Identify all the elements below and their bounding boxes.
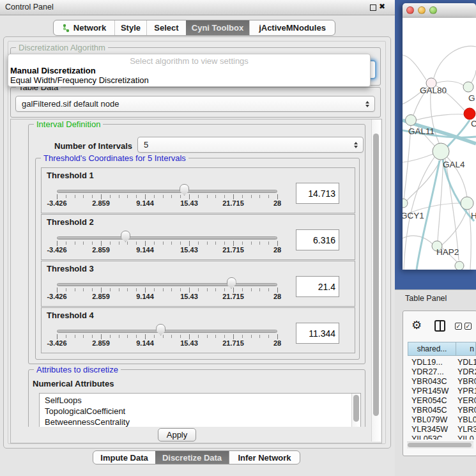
threshold-4-slider-thumb[interactable] bbox=[156, 324, 165, 335]
zoom-window-icon[interactable] bbox=[429, 6, 437, 14]
scrollbar-thumb[interactable] bbox=[353, 395, 359, 422]
thresholds-group: Threshold's Coordinates for 5 Intervals … bbox=[35, 158, 360, 360]
apply-button[interactable]: Apply bbox=[158, 428, 196, 441]
network-graph bbox=[403, 18, 476, 270]
split-columns-icon[interactable] bbox=[434, 320, 445, 332]
tab-style[interactable]: Style bbox=[114, 20, 146, 35]
threshold-3-value-field[interactable] bbox=[296, 276, 339, 297]
threshold-1-value-field[interactable] bbox=[296, 183, 339, 204]
list-item[interactable]: BetweennessCentrality bbox=[45, 417, 130, 427]
threshold-row-3: Threshold 3 -3.426 2.859 9.144 15.43 21.… bbox=[41, 261, 355, 307]
tab-impute-data[interactable]: Impute Data bbox=[93, 451, 155, 464]
node-label-clipped: G bbox=[468, 93, 475, 103]
minimize-window-icon[interactable] bbox=[418, 6, 426, 14]
node-label-gcy1: GCY1 bbox=[403, 211, 424, 220]
network-node-selected-red[interactable] bbox=[464, 108, 475, 119]
select-columns-checkbox-icon[interactable]: ✓ bbox=[464, 323, 472, 330]
threshold-3-slider-thumb[interactable] bbox=[227, 277, 236, 289]
list-item[interactable]: TopologicalCoefficient bbox=[45, 406, 125, 416]
attributes-group: Attributes to discretize Numerical Attri… bbox=[28, 369, 365, 427]
panel-title: Control Panel bbox=[5, 3, 54, 12]
settings-vertical-scrollbar[interactable] bbox=[371, 119, 381, 441]
gear-icon[interactable]: ⚙ bbox=[411, 318, 422, 332]
algorithm-group-title: Discretization Algorithm bbox=[16, 43, 108, 52]
threshold-1-slider-thumb[interactable] bbox=[180, 184, 189, 196]
tab-cyni-toolbox[interactable]: Cyni Toolbox bbox=[186, 20, 249, 35]
network-node[interactable] bbox=[463, 82, 473, 92]
num-intervals-value: 5 bbox=[144, 140, 148, 150]
node-label-gal11: GAL11 bbox=[408, 127, 434, 136]
numerical-attributes-label: Numerical Attributes bbox=[33, 379, 114, 388]
control-panel-tabbar: Network Style Select Cyni Toolbox jActiv… bbox=[53, 20, 335, 36]
node-label-hap2: HAP2 bbox=[436, 247, 459, 257]
attributes-group-title: Attributes to discretize bbox=[34, 365, 121, 374]
close-panel-icon[interactable]: ✖ bbox=[379, 2, 385, 11]
cyni-bottom-tabbar: Impute Data Discretize Data Infer Networ… bbox=[93, 450, 300, 464]
node-label-clipped: C bbox=[471, 119, 476, 128]
table-rows-viewport: YDL19...YDL1... YDR27...YDR2... YBR043CY… bbox=[403, 356, 476, 440]
network-node-gal11[interactable] bbox=[406, 115, 417, 126]
table-data-combobox[interactable]: galFiltered.sif default node bbox=[15, 96, 375, 112]
threshold-row-4: Threshold 4 -3.426 2.859 9.144 15.43 21.… bbox=[41, 307, 355, 353]
popup-item-equal-width-frequency[interactable]: Equal Width/Frequency Discretization bbox=[10, 75, 149, 85]
node-label-gal4: GAL4 bbox=[443, 160, 465, 169]
network-node-gal4[interactable] bbox=[433, 143, 449, 160]
popup-hint: Select algorithm to view settings bbox=[8, 56, 370, 66]
tab-network-label: Network bbox=[73, 23, 106, 33]
tab-infer-network[interactable]: Infer Network bbox=[229, 451, 300, 464]
threshold-row-1: Threshold 1 -3.426 2.859 9.144 15.43 21.… bbox=[41, 167, 355, 213]
list-vertical-scrollbar[interactable] bbox=[351, 394, 360, 427]
table-data-selected: galFiltered.sif default node bbox=[22, 99, 119, 109]
algorithm-dropdown-popup: Select algorithm to view settings Manual… bbox=[8, 54, 371, 87]
node-label-clipped: H bbox=[471, 211, 476, 220]
table-horizontal-scrollbar[interactable] bbox=[407, 441, 473, 449]
column-header-name[interactable]: n bbox=[456, 342, 476, 356]
network-node[interactable] bbox=[455, 261, 464, 270]
combo-stepper-icon bbox=[354, 142, 358, 148]
threshold-row-2: Threshold 2 -3.426 2.859 9.144 15.43 21.… bbox=[41, 214, 355, 260]
float-window-icon[interactable] bbox=[370, 4, 376, 11]
control-panel-titlebar: Control Panel ✖ bbox=[0, 0, 395, 15]
screen: { "titlebar": { "title": "Control Panel"… bbox=[0, 0, 476, 476]
thresholds-group-title: Threshold's Coordinates for 5 Intervals bbox=[41, 153, 188, 163]
scrollbar-thumb[interactable] bbox=[373, 134, 379, 416]
select-columns-checkbox-icon[interactable]: ✓ bbox=[455, 323, 462, 330]
combo-stepper-icon bbox=[365, 101, 369, 107]
tab-select[interactable]: Select bbox=[146, 20, 186, 35]
tab-network[interactable]: Network bbox=[54, 20, 114, 35]
interval-group-title: Interval Definition bbox=[34, 119, 103, 129]
network-icon bbox=[62, 24, 70, 33]
table-panel-title: Table Panel bbox=[405, 294, 447, 303]
network-node-h[interactable] bbox=[461, 197, 473, 210]
threshold-4-value-field[interactable] bbox=[296, 323, 339, 344]
tab-jactivemnodules[interactable]: jActiveMNodules bbox=[249, 20, 335, 35]
threshold-2-slider-thumb[interactable] bbox=[121, 231, 130, 242]
scrollbar-thumb[interactable] bbox=[408, 443, 472, 447]
num-intervals-label: Number of Intervals bbox=[54, 141, 132, 151]
num-intervals-combobox[interactable]: 5 bbox=[137, 137, 364, 153]
popup-item-manual-discretization[interactable]: Manual Discretization bbox=[10, 66, 96, 75]
column-header-shared-name[interactable]: shared... bbox=[408, 342, 456, 356]
network-window-titlebar[interactable] bbox=[403, 3, 476, 19]
list-item[interactable]: SelfLoops bbox=[45, 395, 82, 405]
attributes-listbox: SelfLoops TopologicalCoefficient Between… bbox=[39, 393, 361, 427]
tab-discretize-data[interactable]: Discretize Data bbox=[155, 451, 229, 464]
network-view-canvas[interactable]: GAL80 G C GAL11 GAL4 GCY1 H HAP2 bbox=[403, 18, 476, 270]
interval-definition-group: Interval Definition Number of Intervals … bbox=[28, 124, 365, 364]
threshold-2-value-field[interactable] bbox=[296, 229, 339, 250]
node-label-gal80: GAL80 bbox=[420, 86, 447, 95]
settings-viewport: Interval Definition Number of Intervals … bbox=[11, 119, 371, 427]
close-window-icon[interactable] bbox=[406, 6, 414, 14]
